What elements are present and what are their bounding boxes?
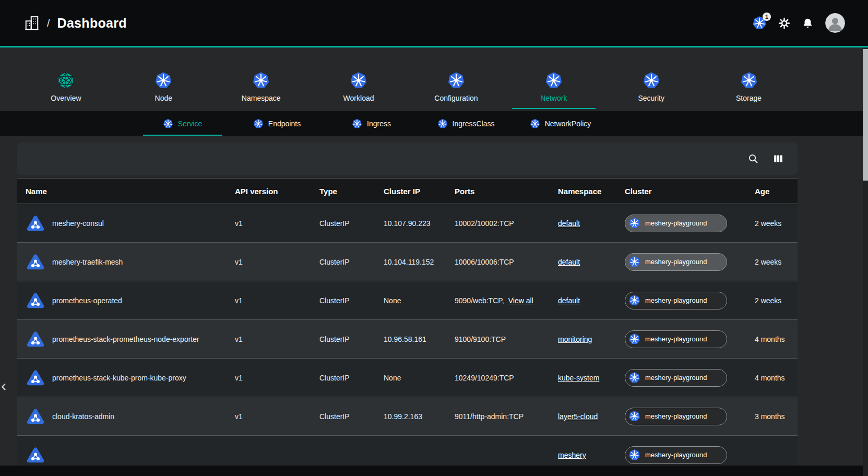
table-body: meshery-consulv1ClusterIP10.107.90.22310… [17, 204, 798, 474]
cluster-cell: meshery-playground [625, 253, 755, 271]
ports-value: 10006/10006:TCP [455, 258, 514, 266]
service-name: prometheus-stack-prometheus-node-exporte… [52, 335, 199, 343]
resource-category-tabs: OverviewNodeNamespaceWorkloadConfigurati… [17, 72, 798, 109]
kubernetes-icon [628, 410, 640, 422]
subtab-label: Service [178, 120, 203, 128]
column-header-cluster[interactable]: Cluster [625, 187, 755, 196]
type-cell: ClusterIP [319, 258, 384, 266]
settings-gear-icon[interactable] [778, 17, 790, 29]
namespace-link[interactable]: monitoring [558, 335, 592, 343]
category-tab-security[interactable]: Security [602, 72, 700, 109]
table-row[interactable]: prometheus-stack-prometheus-node-exporte… [17, 320, 798, 359]
cluster-chip[interactable]: meshery-playground [625, 292, 727, 310]
table-row[interactable]: meshery-consulv1ClusterIP10.107.90.22310… [17, 204, 798, 243]
subtab-ingress[interactable]: Ingress [324, 111, 419, 136]
namespace-link[interactable]: meshery [558, 451, 586, 459]
user-avatar[interactable] [825, 13, 845, 33]
subtab-networkpolicy[interactable]: NetworkPolicy [513, 111, 608, 136]
namespace-link[interactable]: default [558, 296, 580, 305]
category-tab-label: Security [638, 94, 664, 102]
cluster-chip[interactable]: meshery-playground [625, 215, 727, 232]
api-version-cell: v1 [235, 258, 319, 266]
search-icon[interactable] [747, 153, 759, 164]
cluster-chip[interactable]: meshery-playground [625, 253, 727, 271]
breadcrumb-separator: / [47, 17, 50, 29]
ports-cell: 10006/10006:TCP [455, 258, 558, 266]
table-row[interactable]: prometheus-operatedv1ClusterIPNone9090/w… [17, 281, 798, 320]
cluster-ip-cell: 10.96.58.161 [384, 335, 455, 343]
ports-value: 10249/10249:TCP [455, 374, 514, 382]
ports-value: 9100/9100:TCP [455, 335, 506, 343]
cluster-chip[interactable]: meshery-playground [625, 330, 727, 348]
kubernetes-icon [154, 72, 172, 89]
service-icon [26, 445, 45, 465]
category-tab-network[interactable]: Network [505, 72, 602, 109]
category-tab-overview[interactable]: Overview [17, 72, 115, 109]
cluster-ip-cell: None [384, 296, 455, 305]
subtab-ingressclass[interactable]: IngressClass [419, 111, 513, 136]
view-all-ports-link[interactable]: View all [508, 296, 533, 305]
column-header-namespace[interactable]: Namespace [558, 187, 625, 196]
kubernetes-context-button[interactable]: 1 [752, 16, 767, 30]
cluster-name: meshery-playground [645, 219, 707, 227]
scrollbar-thumb[interactable] [863, 49, 868, 181]
type-cell: ClusterIP [319, 335, 384, 343]
cluster-name: meshery-playground [645, 335, 707, 343]
table-row[interactable]: meshery-traefik-meshv1ClusterIP10.104.11… [17, 243, 798, 281]
column-header-api-version[interactable]: API version [235, 187, 319, 196]
category-tab-label: Network [540, 94, 567, 102]
kubernetes-icon [350, 72, 367, 89]
subtab-label: Endpoints [268, 120, 301, 128]
category-tab-storage[interactable]: Storage [700, 72, 798, 109]
column-header-age[interactable]: Age [755, 187, 798, 196]
subtab-service[interactable]: Service [135, 111, 230, 136]
namespace-link[interactable]: default [558, 258, 580, 266]
building-icon[interactable] [24, 15, 40, 31]
api-version-cell: v1 [235, 219, 319, 228]
namespace-link[interactable]: default [558, 219, 580, 228]
cluster-chip[interactable]: meshery-playground [625, 408, 727, 425]
subtab-label: Ingress [367, 120, 391, 128]
table-header-row: NameAPI versionTypeCluster IPPortsNamesp… [17, 178, 798, 204]
column-header-name[interactable]: Name [26, 187, 235, 196]
kubernetes-icon [253, 118, 264, 129]
age-cell: 2 weeks [755, 258, 798, 266]
name-cell: prometheus-stack-kube-prom-kube-proxy [26, 368, 235, 388]
columns-view-icon[interactable] [772, 153, 784, 164]
kubernetes-icon [643, 72, 660, 89]
cluster-chip[interactable]: meshery-playground [625, 369, 727, 387]
kubernetes-icon [530, 118, 540, 129]
column-header-cluster-ip[interactable]: Cluster IP [384, 187, 455, 196]
name-cell: meshery-traefik-mesh [26, 252, 235, 272]
vertical-scrollbar[interactable] [863, 47, 868, 476]
category-tab-node[interactable]: Node [115, 72, 212, 109]
category-tab-configuration[interactable]: Configuration [408, 72, 505, 109]
column-header-type[interactable]: Type [319, 187, 384, 196]
breadcrumb: / Dashboard [24, 15, 127, 31]
cluster-cell: meshery-playground [625, 215, 755, 232]
kubernetes-icon [628, 217, 640, 229]
cluster-chip[interactable]: meshery-playground [625, 446, 727, 464]
name-cell: prometheus-stack-prometheus-node-exporte… [26, 329, 235, 349]
namespace-cell: kube-system [558, 374, 625, 382]
column-header-ports[interactable]: Ports [455, 187, 558, 196]
category-tab-workload[interactable]: Workload [310, 72, 408, 109]
chevron-left-icon[interactable]: ‹ [1, 378, 6, 394]
namespace-link[interactable]: kube-system [558, 374, 599, 382]
age-cell: 4 months [755, 374, 798, 382]
table-row[interactable]: cloud-kratos-adminv1ClusterIP10.99.2.163… [17, 397, 798, 436]
service-name: meshery-consul [52, 219, 104, 228]
accent-divider [0, 46, 868, 47]
kubernetes-icon [352, 118, 362, 129]
type-cell: ClusterIP [319, 374, 384, 382]
kubernetes-icon [628, 294, 640, 306]
namespace-cell: default [558, 296, 625, 305]
service-name: cloud-kratos-admin [52, 412, 114, 421]
category-tab-namespace[interactable]: Namespace [212, 72, 310, 109]
subtab-label: IngressClass [453, 120, 495, 128]
notifications-bell-icon[interactable] [802, 17, 814, 29]
table-row[interactable]: prometheus-stack-kube-prom-kube-proxyv1C… [17, 359, 798, 397]
subtab-endpoints[interactable]: Endpoints [230, 111, 324, 136]
category-tab-label: Workload [343, 94, 374, 102]
namespace-link[interactable]: layer5-cloud [558, 412, 598, 421]
